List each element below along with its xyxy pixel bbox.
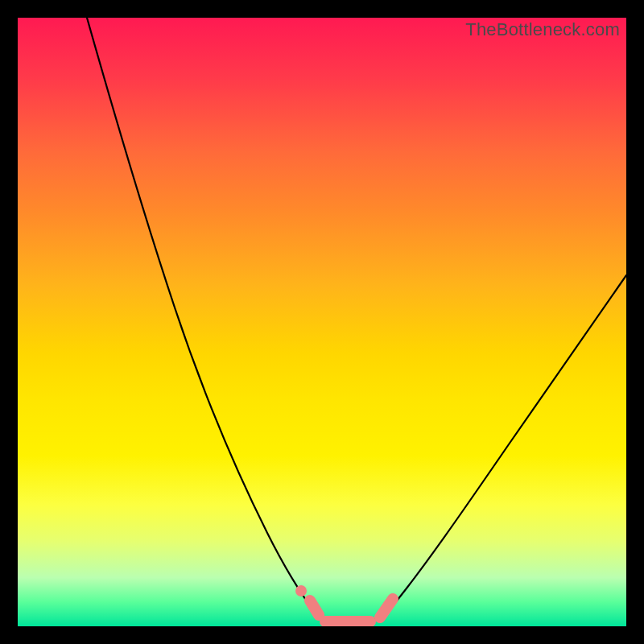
bottleneck-curve [18, 18, 626, 626]
watermark-text: TheBottleneck.com [465, 19, 620, 40]
curve-valley [316, 609, 390, 623]
optimal-point-dot [295, 585, 307, 597]
chart-plot-area: TheBottleneck.com [18, 18, 626, 626]
optimal-range-marker-right [380, 599, 393, 617]
curve-right-branch [390, 275, 626, 609]
optimal-range-marker-left [310, 601, 319, 615]
chart-frame: TheBottleneck.com [0, 0, 644, 644]
curve-left-branch [87, 18, 316, 613]
